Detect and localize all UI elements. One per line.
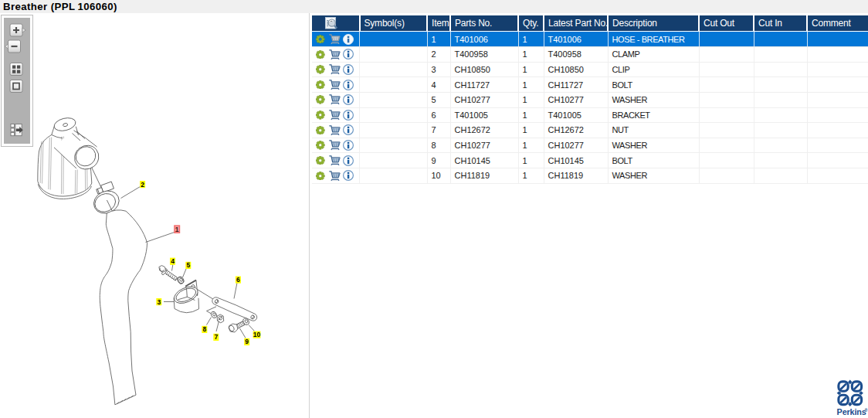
svg-text:7: 7 <box>214 333 218 341</box>
svg-text:4: 4 <box>171 257 175 265</box>
svg-text:8: 8 <box>202 325 206 333</box>
svg-text:2: 2 <box>141 181 144 189</box>
svg-text:1: 1 <box>175 226 179 233</box>
svg-text:3: 3 <box>157 298 161 306</box>
svg-text:10: 10 <box>253 331 261 338</box>
svg-text:5: 5 <box>186 261 190 269</box>
svg-text:Perkins: Perkins <box>837 407 866 416</box>
svg-text:®: ® <box>865 408 868 413</box>
svg-text:6: 6 <box>236 276 240 284</box>
svg-text:9: 9 <box>245 338 249 345</box>
